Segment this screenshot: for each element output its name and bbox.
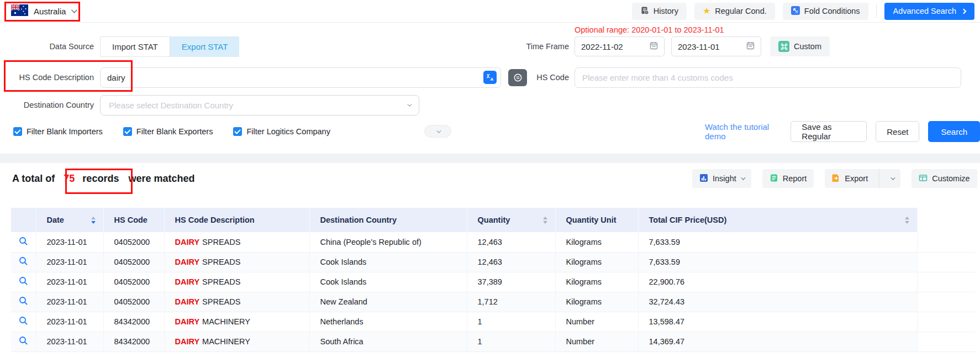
hs-desc-input[interactable] (101, 73, 483, 82)
filter-logistics-company-checkbox[interactable]: Filter Logitics Company (233, 127, 330, 136)
header-total-cif[interactable]: Total CIF Price(USD) (638, 208, 917, 232)
header-quantity-unit[interactable]: Quantity Unit (555, 208, 638, 232)
view-detail-icon[interactable] (19, 336, 28, 345)
cell-hs-desc: DAIRYSPREADS (164, 252, 309, 272)
cell-total-cif: 7,633.59 (638, 252, 917, 272)
filter-label: Filter Logitics Company (246, 127, 330, 136)
export-button[interactable]: Export (825, 174, 874, 184)
cell-total-cif: 13,598.47 (638, 312, 917, 332)
country-selector[interactable]: Australia (11, 4, 76, 18)
cell-quantity-unit: Kilograms (555, 232, 638, 252)
view-detail-icon[interactable] (19, 237, 28, 246)
view-detail-icon[interactable] (19, 276, 28, 286)
cell-quantity: 12,463 (467, 232, 555, 252)
header-hs-desc[interactable]: HS Code Description (164, 208, 309, 232)
header-hs-code[interactable]: HS Code (103, 208, 164, 232)
cell-quantity-unit: Kilograms (555, 272, 638, 292)
filter-label: Filter Blank Importers (27, 127, 103, 136)
cell-quantity: 37,389 (467, 272, 555, 292)
tutorial-demo-link[interactable]: Watch the tutorial demo (705, 122, 782, 141)
fold-conditions-button[interactable]: Fold Conditions (783, 3, 868, 20)
top-bar-actions: History ★ Regular Cond. Fold Conditions (632, 3, 974, 20)
search-actions-row: Watch the tutorial demo Save as Regular … (705, 120, 980, 143)
header-quantity[interactable]: Quantity (467, 208, 555, 232)
header-date[interactable]: Date (36, 208, 103, 232)
reset-button[interactable]: Reset (876, 121, 919, 142)
header-destination[interactable]: Destination Country (309, 208, 467, 232)
view-detail-icon[interactable] (19, 296, 28, 306)
cell-destination-country: Cook Islands (309, 252, 467, 272)
cell-date: 2023-11-01 (36, 232, 103, 252)
calendar-icon (746, 41, 755, 51)
cell-total-cif: 14,369.47 (638, 332, 917, 351)
date-to-input[interactable]: 2023-11-01 (671, 36, 761, 56)
cell-date: 2023-11-01 (36, 252, 103, 272)
section-divider (0, 154, 980, 163)
cell-destination-country: Cook Islands (309, 272, 467, 292)
insight-button[interactable]: Insight (692, 169, 751, 188)
save-as-regular-button[interactable]: Save as Regular (791, 121, 867, 142)
cell-total-cif: 7,633.59 (638, 232, 917, 252)
filter-label: Filter Blank Exporters (136, 127, 213, 136)
import-stat-tab[interactable]: Import STAT (100, 36, 170, 57)
cell-date: 2023-11-01 (36, 312, 103, 332)
table-row: 2023-11-01 04052000 DAIRYSPREADS Cook Is… (11, 252, 976, 272)
collapse-conditions-pill[interactable] (424, 125, 451, 138)
regular-cond-label: Regular Cond. (715, 7, 767, 15)
report-button[interactable]: Report (762, 169, 814, 188)
export-icon (831, 174, 840, 184)
filters-row: Filter Blank Importers Filter Blank Expo… (13, 122, 330, 141)
destination-country-select[interactable]: Please select Destination Country (100, 95, 419, 116)
date-from-value: 2022-11-02 (581, 42, 623, 51)
date-from-input[interactable]: 2022-11-02 (575, 36, 665, 56)
chevron-down-icon (436, 128, 441, 133)
cell-date: 2023-11-01 (36, 272, 103, 292)
hs-desc-label: HS Code Description (12, 73, 94, 82)
cell-hs-desc: DAIRYSPREADS (164, 272, 309, 292)
cell-destination-country: China (People's Republic of) (309, 232, 467, 252)
cell-quantity-unit: Kilograms (555, 252, 638, 272)
hs-desc-row: HS Code Description A (12, 66, 527, 88)
time-frame-label: Time Frame (492, 42, 569, 51)
top-bar: Australia History ★ Regular Cond. (0, 0, 980, 23)
history-button[interactable]: History (632, 3, 687, 20)
advanced-search-button[interactable]: Advanced Search (884, 3, 974, 20)
customize-button[interactable]: Customize (911, 169, 977, 188)
sort-icon-total-cif[interactable] (905, 217, 909, 224)
cell-destination-country: South Africa (309, 332, 467, 351)
sort-icon-date[interactable] (91, 217, 96, 224)
chevron-down-icon (891, 175, 895, 180)
cell-hs-code: 04052000 (103, 272, 164, 292)
checkbox-checked-icon (123, 127, 132, 136)
cell-hs-desc: DAIRYMACHINERY (164, 312, 309, 332)
results-toolbar: Insight Report (692, 169, 977, 188)
hs-code-input[interactable] (575, 67, 961, 88)
chevron-down-icon (407, 102, 412, 106)
header-icon-col (11, 208, 36, 232)
table-row: 2023-11-01 04052000 DAIRYSPREADS Cook Is… (11, 272, 976, 292)
optional-range-note: Optional range: 2020-01-01 to 2023-11-01 (575, 25, 724, 34)
export-dropdown-button[interactable] (884, 169, 900, 188)
sort-icon-quantity[interactable] (543, 217, 547, 224)
hs-code-label: HS Code (492, 73, 569, 82)
view-detail-icon[interactable] (19, 316, 28, 326)
filter-blank-exporters-checkbox[interactable]: Filter Blank Exporters (123, 127, 213, 136)
hs-desc-input-wrap: A (100, 67, 501, 88)
australia-flag-icon (11, 4, 28, 18)
fold-conditions-label: Fold Conditions (804, 7, 860, 15)
cell-hs-desc: DAIRYSPREADS (164, 232, 309, 252)
report-icon (770, 174, 778, 184)
regular-cond-button[interactable]: ★ Regular Cond. (694, 3, 775, 20)
custom-range-button[interactable]: Custom (770, 36, 830, 56)
filter-blank-importers-checkbox[interactable]: Filter Blank Importers (13, 127, 103, 136)
export-stat-tab[interactable]: Export STAT (170, 36, 240, 57)
view-detail-icon[interactable] (19, 256, 28, 266)
cell-destination-country: New Zealand (309, 292, 467, 312)
divider (879, 169, 879, 188)
destination-placeholder: Please select Destination Country (109, 101, 233, 110)
results-summary: A total of 75 records were matched (12, 173, 194, 185)
record-count: 75 (64, 173, 75, 185)
cell-hs-code: 04052000 (103, 232, 164, 252)
search-button[interactable]: Search (928, 121, 980, 142)
chevron-right-icon (961, 8, 967, 14)
